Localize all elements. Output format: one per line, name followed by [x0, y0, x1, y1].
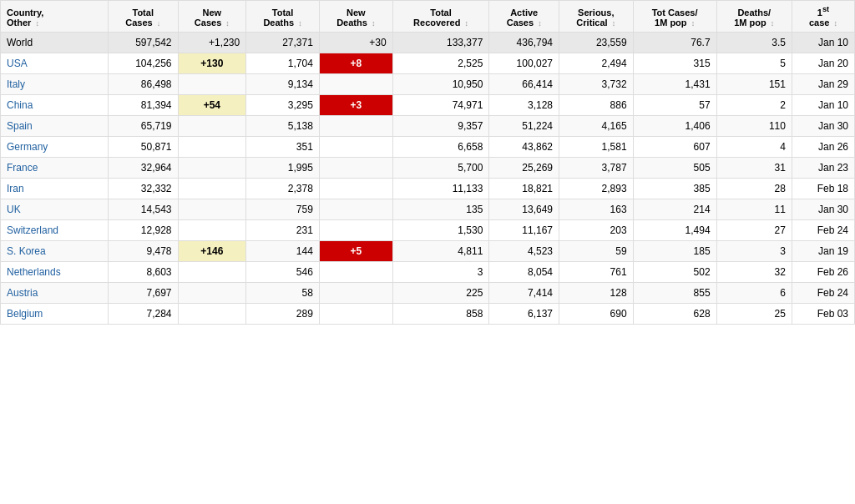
country-link[interactable]: UK	[7, 204, 21, 215]
total-deaths-cell: 759	[246, 199, 320, 219]
tot-cases-1m-cell: 315	[633, 53, 716, 73]
active-cases-cell: 8,054	[489, 261, 559, 282]
header-total-deaths[interactable]: TotalDeaths ↕	[246, 1, 320, 33]
country-cell[interactable]: Germany	[1, 136, 109, 157]
new-deaths-cell	[319, 157, 392, 178]
total-cases-cell: 12,928	[108, 219, 178, 240]
country-cell[interactable]: USA	[1, 53, 109, 73]
serious-critical-cell: 1,581	[559, 136, 634, 157]
country-link[interactable]: Austria	[7, 287, 38, 299]
world-new-deaths: +30	[319, 32, 392, 53]
country-link[interactable]: S. Korea	[7, 245, 46, 257]
active-cases-cell: 3,128	[489, 94, 559, 115]
world-total-deaths: 27,371	[246, 32, 320, 53]
country-cell[interactable]: S. Korea	[1, 240, 109, 261]
new-cases-cell	[178, 157, 246, 178]
header-new-cases[interactable]: NewCases ↕	[178, 1, 246, 33]
active-cases-cell: 25,269	[489, 157, 559, 178]
tot-cases-1m-cell: 502	[633, 261, 716, 282]
country-link[interactable]: USA	[7, 58, 28, 69]
total-deaths-cell: 9,134	[246, 73, 320, 94]
total-cases-cell: 32,332	[108, 178, 178, 199]
country-link[interactable]: Germany	[7, 141, 48, 153]
new-cases-cell: +130	[178, 53, 246, 73]
serious-critical-cell: 4,165	[559, 115, 634, 136]
total-cases-cell: 104,256	[108, 53, 178, 73]
serious-critical-cell: 59	[559, 240, 634, 261]
header-country[interactable]: Country,Other ↕	[1, 1, 109, 33]
first-case-cell: Feb 24	[792, 219, 854, 240]
total-deaths-cell: 1,704	[246, 53, 320, 73]
active-cases-cell: 43,862	[489, 136, 559, 157]
new-cases-cell	[178, 261, 246, 282]
covid-stats-table: Country,Other ↕ TotalCases ↓ NewCases ↕ …	[0, 0, 855, 325]
world-serious-critical: 23,559	[559, 32, 634, 53]
total-recovered-cell: 3	[392, 261, 489, 282]
country-link[interactable]: Iran	[7, 183, 24, 194]
table-row: Switzerland 12,928 231 1,530 11,167 203 …	[1, 219, 855, 240]
new-cases-cell	[178, 199, 246, 219]
header-total-cases[interactable]: TotalCases ↓	[108, 1, 178, 33]
header-serious-critical[interactable]: Serious,Critical ↕	[559, 1, 634, 33]
header-first-case[interactable]: 1stcase ↕	[792, 1, 854, 33]
country-link[interactable]: Belgium	[7, 308, 43, 320]
first-case-cell: Feb 18	[792, 178, 854, 199]
total-recovered-cell: 10,950	[392, 73, 489, 94]
header-tot-cases-1m[interactable]: Tot Cases/1M pop ↕	[633, 1, 716, 33]
first-case-cell: Feb 03	[792, 303, 854, 324]
deaths-1m-cell: 5	[716, 53, 792, 73]
first-case-cell: Jan 23	[792, 157, 854, 178]
new-cases-cell	[178, 303, 246, 324]
country-cell[interactable]: Austria	[1, 282, 109, 303]
table-row: USA 104,256 +130 1,704 +8 2,525 100,027 …	[1, 53, 855, 73]
table-row: China 81,394 +54 3,295 +3 74,971 3,128 8…	[1, 94, 855, 115]
new-deaths-cell	[319, 303, 392, 324]
country-cell[interactable]: UK	[1, 199, 109, 219]
header-total-recovered[interactable]: TotalRecovered ↕	[392, 1, 489, 33]
country-cell[interactable]: Switzerland	[1, 219, 109, 240]
country-link[interactable]: Switzerland	[7, 224, 58, 236]
country-cell[interactable]: China	[1, 94, 109, 115]
new-cases-cell: +146	[178, 240, 246, 261]
country-cell[interactable]: Italy	[1, 73, 109, 94]
total-cases-cell: 50,871	[108, 136, 178, 157]
total-deaths-cell: 2,378	[246, 178, 320, 199]
table-row: Germany 50,871 351 6,658 43,862 1,581 60…	[1, 136, 855, 157]
new-cases-cell	[178, 136, 246, 157]
country-link[interactable]: Spain	[7, 120, 33, 132]
country-cell[interactable]: Spain	[1, 115, 109, 136]
new-deaths-cell	[319, 136, 392, 157]
country-cell[interactable]: Netherlands	[1, 261, 109, 282]
world-deaths-1m: 3.5	[716, 32, 792, 53]
total-recovered-cell: 6,658	[392, 136, 489, 157]
serious-critical-cell: 886	[559, 94, 634, 115]
active-cases-cell: 7,414	[489, 282, 559, 303]
country-cell[interactable]: Belgium	[1, 303, 109, 324]
first-case-cell: Feb 24	[792, 282, 854, 303]
world-first-case: Jan 10	[792, 32, 854, 53]
total-deaths-cell: 3,295	[246, 94, 320, 115]
total-recovered-cell: 5,700	[392, 157, 489, 178]
country-cell[interactable]: France	[1, 157, 109, 178]
new-deaths-cell	[319, 261, 392, 282]
active-cases-cell: 4,523	[489, 240, 559, 261]
first-case-cell: Jan 26	[792, 136, 854, 157]
new-deaths-cell	[319, 282, 392, 303]
country-link[interactable]: China	[7, 99, 33, 111]
header-active-cases[interactable]: ActiveCases ↕	[489, 1, 559, 33]
total-recovered-cell: 225	[392, 282, 489, 303]
world-new-cases: +1,230	[178, 32, 246, 53]
country-cell[interactable]: Iran	[1, 178, 109, 199]
country-link[interactable]: Netherlands	[7, 266, 61, 278]
deaths-1m-cell: 4	[716, 136, 792, 157]
total-deaths-cell: 144	[246, 240, 320, 261]
table-row: S. Korea 9,478 +146 144 +5 4,811 4,523 5…	[1, 240, 855, 261]
total-recovered-cell: 4,811	[392, 240, 489, 261]
country-link[interactable]: France	[7, 162, 38, 174]
new-deaths-cell	[319, 73, 392, 94]
country-link[interactable]: Italy	[7, 78, 25, 90]
header-new-deaths[interactable]: NewDeaths ↕	[319, 1, 392, 33]
header-deaths-1m[interactable]: Deaths/1M pop ↕	[716, 1, 792, 33]
total-deaths-cell: 351	[246, 136, 320, 157]
table-row: Netherlands 8,603 546 3 8,054 761 502 32…	[1, 261, 855, 282]
